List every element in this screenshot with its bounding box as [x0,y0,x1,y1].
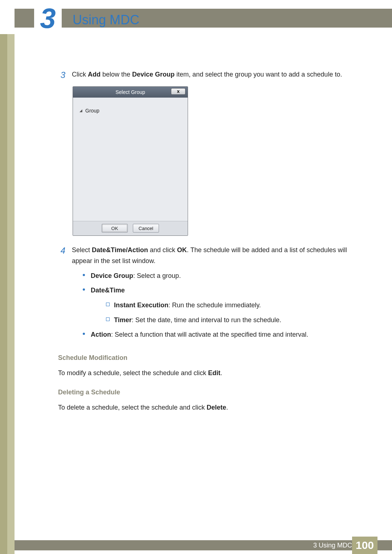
step-4: 4 Select Date&Time/Action and click OK. … [58,245,363,344]
section-heading-deleting-schedule: Deleting a Schedule [58,389,363,396]
list-item: Timer: Set the date, time and interval t… [106,315,363,326]
tree-collapse-icon: ◢ [79,108,82,112]
close-icon: x [177,89,179,94]
dialog-titlebar: Select Group x [73,87,188,98]
step-number: 4 [58,245,65,257]
paragraph: To modify a schedule, select the schedul… [58,368,363,379]
page-content: 3 Click Add below the Device Group item,… [58,69,363,418]
dialog-title: Select Group [115,89,145,95]
list-item: Instant Execution: Run the schedule imme… [106,300,363,311]
page-footer: 3 Using MDC 100 [0,537,392,554]
sub-bullet-list: Instant Execution: Run the schedule imme… [91,300,363,325]
step-number: 3 [58,69,65,81]
bullet-list: Device Group: Select a group. Date&Time … [72,270,363,340]
dialog-body: ◢ Group [73,98,188,221]
step-text: Click Add below the Device Group item, a… [72,69,363,80]
paragraph: To delete a schedule, select the schedul… [58,402,363,413]
left-margin-stripe [0,0,15,554]
chapter-number: 3 [40,4,56,32]
section-heading-schedule-modification: Schedule Modification [58,354,363,362]
select-group-dialog: Select Group x ◢ Group OK Cancel [73,86,188,236]
page-number: 100 [352,537,377,554]
step-text: Select Date&Time/Action and click OK. Th… [72,245,363,344]
dialog-footer: OK Cancel [73,221,188,235]
chapter-title: Using MDC [73,12,139,28]
tree-root-item[interactable]: ◢ Group [79,108,181,114]
footer-label: 3 Using MDC [15,540,392,550]
chapter-number-badge: 3 [34,4,62,32]
page-header: 3 Using MDC [0,0,392,34]
cancel-button[interactable]: Cancel [133,224,159,233]
step-3: 3 Click Add below the Device Group item,… [58,69,363,236]
ok-button[interactable]: OK [102,224,128,233]
tree-item-label: Group [85,108,99,114]
list-item: Action: Select a function that will acti… [83,329,363,340]
list-item: Date&Time Instant Execution: Run the sch… [83,285,363,325]
close-button[interactable]: x [171,88,185,95]
list-item: Device Group: Select a group. [83,270,363,282]
